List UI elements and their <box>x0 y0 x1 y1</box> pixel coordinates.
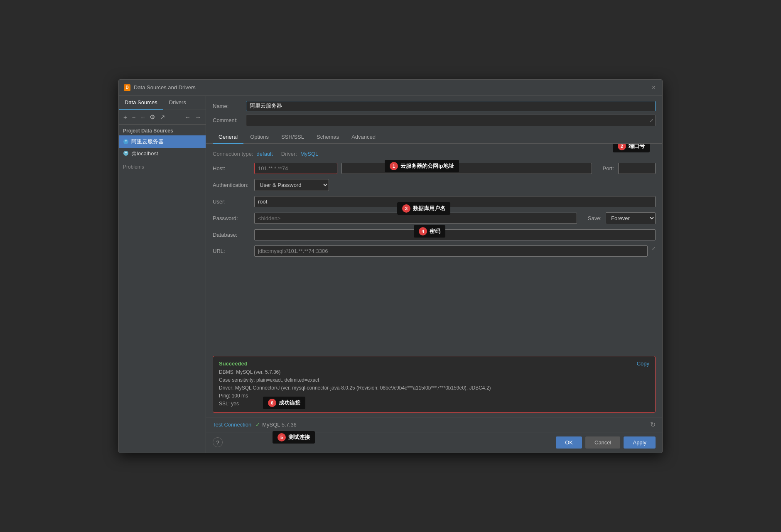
url-input[interactable] <box>254 245 648 257</box>
password-label: Password: <box>213 215 250 221</box>
expand-icon[interactable]: ⤢ <box>650 118 653 123</box>
success-line-5: SSL: yes <box>219 400 649 408</box>
host-input[interactable] <box>254 163 337 174</box>
host-extra-input[interactable] <box>341 163 592 174</box>
test-conn-status: ✓ MySQL 5.7.36 <box>255 422 297 428</box>
name-label: Name: <box>213 103 242 109</box>
driver-value: MySQL <box>300 151 318 157</box>
user-label: User: <box>213 199 250 205</box>
subtab-sshssl[interactable]: SSH/SSL <box>275 130 310 144</box>
svg-point-0 <box>123 139 128 144</box>
port-input[interactable]: 3306 <box>618 163 656 174</box>
annotation-2-text: 端口号 <box>629 144 645 150</box>
url-row: URL: ⤢ <box>213 245 656 257</box>
main-dialog: D Data Sources and Drivers × Data Source… <box>118 79 663 453</box>
left-panel: Data Sources Drivers + − ⎓ ⚙ ↗ ← → Proje… <box>119 96 206 453</box>
help-button[interactable]: ? <box>213 437 223 447</box>
conn-type-label: Connection type: <box>213 151 253 157</box>
database-row: Database: <box>213 229 656 240</box>
form-area: Connection type: default Driver: MySQL H… <box>206 144 662 356</box>
section-label: Project Data Sources <box>119 125 206 135</box>
url-expand-icon[interactable]: ⤢ <box>652 245 656 251</box>
back-button[interactable]: ← <box>183 113 192 121</box>
datasource-label-aliyun: 阿里云服务器 <box>131 138 164 145</box>
name-row: Name: <box>206 96 662 115</box>
dialog-title: Data Sources and Drivers <box>134 84 196 91</box>
success-line-1: DBMS: MySQL (ver. 5.7.36) <box>219 368 649 376</box>
comment-row: Comment: ⤢ <box>206 115 662 130</box>
badge-2: 2 <box>618 144 626 150</box>
footer-left: ? <box>213 437 223 447</box>
subtab-general[interactable]: General <box>213 130 243 144</box>
tab-datasources[interactable]: Data Sources <box>119 96 163 110</box>
save-select[interactable]: Forever Until restart Never <box>606 212 656 224</box>
app-icon: D <box>124 84 130 91</box>
export-button[interactable]: ↗ <box>159 113 167 122</box>
password-input[interactable] <box>254 213 577 224</box>
datasource-label-localhost: @localhost <box>131 150 158 157</box>
bottom-bar: Test Connection ✓ MySQL 5.7.36 ↻ 5 测试连接 <box>206 417 662 432</box>
titlebar-left: D Data Sources and Drivers <box>124 84 196 91</box>
subtab-options[interactable]: Options <box>244 130 275 144</box>
add-button[interactable]: + <box>122 113 128 121</box>
cancel-button[interactable]: Cancel <box>585 436 620 449</box>
url-label: URL: <box>213 248 250 254</box>
copy-button[interactable]: Copy <box>637 360 649 367</box>
subtab-schemas[interactable]: Schemas <box>311 130 345 144</box>
check-icon: ✓ <box>255 422 260 428</box>
subtabs-row: General Options SSH/SSL Schemas Advanced <box>206 130 662 144</box>
conn-type-row: Connection type: default Driver: MySQL <box>213 151 656 157</box>
database-label: Database: <box>213 232 250 238</box>
test-connection-button[interactable]: Test Connection <box>213 422 251 428</box>
left-toolbar: + − ⎓ ⚙ ↗ ← → <box>119 110 206 125</box>
localhost-icon <box>123 150 129 156</box>
mysql-version-label: MySQL 5.7.36 <box>262 422 297 428</box>
copy-button[interactable]: ⎓ <box>140 113 146 121</box>
tab-drivers[interactable]: Drivers <box>163 96 192 110</box>
dialog-body: Data Sources Drivers + − ⎓ ⚙ ↗ ← → Proje… <box>119 96 662 453</box>
footer-right: OK Cancel Apply <box>556 436 656 449</box>
subtab-advanced[interactable]: Advanced <box>346 130 381 144</box>
nav-buttons: ← → <box>183 113 202 121</box>
ok-button[interactable]: OK <box>556 436 582 449</box>
password-input-group <box>254 213 577 224</box>
auth-label: Authentication: <box>213 182 250 188</box>
titlebar: D Data Sources and Drivers × <box>119 80 662 96</box>
name-input[interactable] <box>246 101 656 111</box>
left-tabs: Data Sources Drivers <box>119 96 206 110</box>
save-label: Save: <box>588 215 602 221</box>
success-title: Succeeded <box>219 360 649 367</box>
settings-button[interactable]: ⚙ <box>148 113 156 122</box>
success-line-3: Driver: MySQL Connector/J (ver. mysql-co… <box>219 384 649 392</box>
password-row: Password: Save: Forever Until restart Ne… <box>213 212 656 224</box>
driver-label: Driver: <box>281 151 297 157</box>
success-panel: Copy Succeeded DBMS: MySQL (ver. 5.7.36)… <box>213 356 656 413</box>
user-input[interactable] <box>254 196 656 207</box>
database-input[interactable] <box>254 229 656 240</box>
apply-button[interactable]: Apply <box>624 436 656 449</box>
refresh-button[interactable]: ↻ <box>650 421 656 429</box>
success-line-4: Ping: 100 ms <box>219 392 649 400</box>
auth-select[interactable]: User & Password No auth Username only <box>254 179 329 191</box>
svg-point-1 <box>123 151 128 156</box>
close-button[interactable]: × <box>650 83 657 92</box>
mysql-icon <box>123 139 129 145</box>
host-label: Host: <box>213 165 250 172</box>
forward-button[interactable]: → <box>194 113 202 121</box>
comment-wrapper: ⤢ <box>246 115 656 126</box>
remove-button[interactable]: − <box>131 113 137 121</box>
conn-type-value: default <box>257 151 273 157</box>
right-panel: Name: Comment: ⤢ General Options SSH/SSL… <box>206 96 662 453</box>
host-input-wrap <box>254 163 592 174</box>
problems-label: Problems <box>119 159 206 172</box>
host-row: Host: Port: 3306 <box>213 163 656 174</box>
auth-row: Authentication: User & Password No auth … <box>213 179 656 191</box>
port-label: Port: <box>603 165 614 172</box>
success-line-2: Case sensitivity: plain=exact, delimited… <box>219 376 649 384</box>
comment-input[interactable] <box>246 115 656 126</box>
dialog-footer: ? OK Cancel Apply <box>206 432 662 453</box>
comment-label: Comment: <box>213 117 242 123</box>
datasource-item-aliyun[interactable]: 阿里云服务器 <box>119 135 206 148</box>
user-row: User: <box>213 196 656 207</box>
datasource-item-localhost[interactable]: @localhost <box>119 148 206 159</box>
